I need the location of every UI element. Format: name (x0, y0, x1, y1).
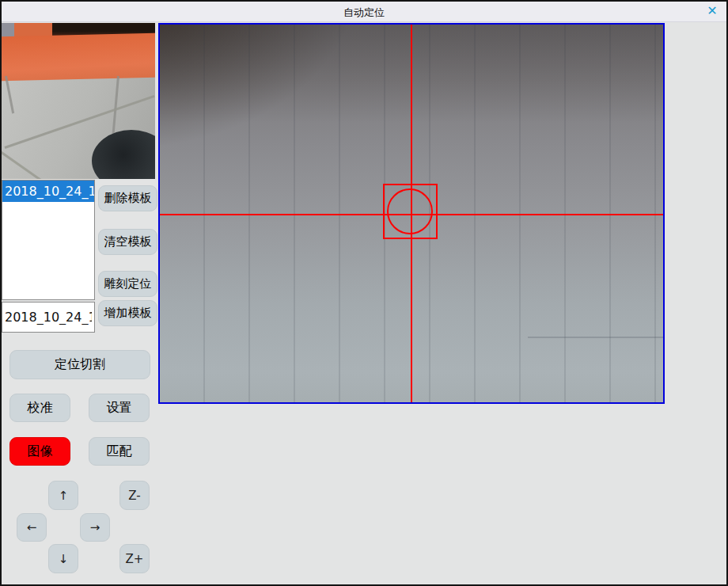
jog-down-button[interactable]: ↓ (48, 544, 78, 573)
ceiling-seam-horizontal (528, 337, 663, 338)
z-minus-button[interactable]: Z- (119, 481, 150, 510)
window-title: 自动定位 (2, 6, 726, 20)
add-template-button[interactable]: 增加模板 (98, 300, 157, 326)
target-circle (387, 188, 433, 234)
calibrate-button[interactable]: 校准 (9, 394, 70, 422)
engrave-position-button[interactable]: 雕刻定位 (98, 271, 157, 297)
camera-feed (160, 25, 663, 402)
template-list[interactable]: 2018_10_24_11 (2, 180, 95, 300)
settings-button[interactable]: 设置 (89, 394, 150, 422)
close-icon[interactable]: ✕ (705, 4, 719, 18)
thumbnail-tile-grout-diagonal2 (2, 148, 49, 179)
position-cut-button[interactable]: 定位切割 (9, 350, 150, 379)
jog-left-button[interactable]: ← (17, 513, 47, 542)
thumbnail-tile-grout-left (5, 76, 14, 114)
match-button[interactable]: 匹配 (89, 437, 150, 466)
delete-template-button[interactable]: 删除模板 (98, 185, 157, 211)
auto-position-window: 自动定位 ✕ 2018_10_24_11 删除模板 清空模板 雕刻定位 增加模板… (0, 0, 728, 586)
thumbnail-orange-beam (2, 33, 155, 82)
jog-right-button[interactable]: → (80, 513, 110, 542)
thumbnail-dark-object (92, 130, 155, 179)
camera-view (158, 23, 665, 404)
titlebar: 自动定位 ✕ (2, 2, 726, 22)
clear-templates-button[interactable]: 清空模板 (98, 229, 157, 255)
z-plus-button[interactable]: Z+ (119, 544, 150, 573)
template-name-input[interactable] (2, 302, 95, 333)
template-list-item[interactable]: 2018_10_24_11 (2, 181, 94, 202)
jog-up-button[interactable]: ↑ (48, 481, 78, 510)
template-thumbnail (2, 23, 155, 179)
image-button[interactable]: 图像 (9, 437, 70, 466)
